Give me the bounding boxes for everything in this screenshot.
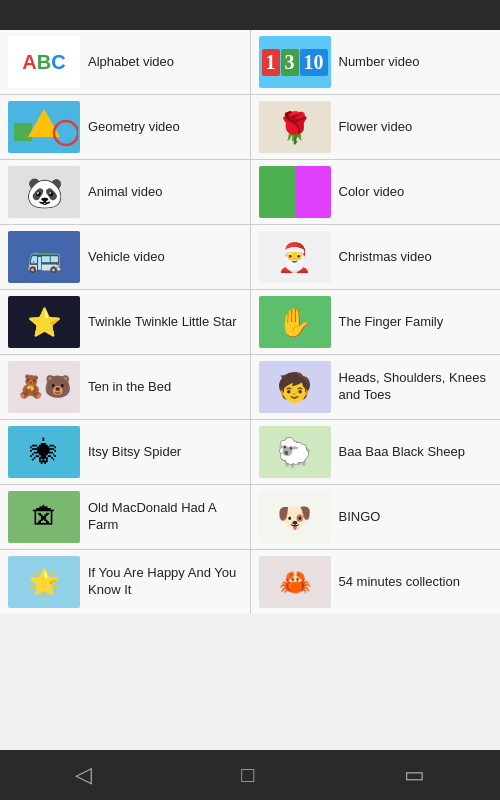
list-item[interactable]: Color video	[251, 160, 501, 224]
bingo-label: BINGO	[339, 509, 493, 526]
54min-label: 54 minutes collection	[339, 574, 493, 591]
color-thumb	[259, 166, 331, 218]
shoulders-label: Heads, Shoulders, Knees and Toes	[339, 370, 493, 404]
baa-label: Baa Baa Black Sheep	[339, 444, 493, 461]
list-item[interactable]: 🦀 54 minutes collection	[251, 550, 501, 614]
list-item[interactable]: 🏚 Old MacDonald Had A Farm	[0, 485, 250, 549]
content-area: A B C Alphabet video 1 3 10 Number video	[0, 30, 500, 750]
teninbed-label: Ten in the Bed	[88, 379, 242, 396]
list-item[interactable]: 1 3 10 Number video	[251, 30, 501, 94]
number-label: Number video	[339, 54, 493, 71]
oldmac-label: Old MacDonald Had A Farm	[88, 500, 242, 534]
list-item[interactable]: 🌟 If You Are Happy And You Know It	[0, 550, 250, 614]
animal-label: Animal video	[88, 184, 242, 201]
geometry-svg	[10, 103, 78, 151]
flower-label: Flower video	[339, 119, 493, 136]
54min-thumb: 🦀	[259, 556, 331, 608]
itsy-label: Itsy Bitsy Spider	[88, 444, 242, 461]
flower-thumb: 🌹	[259, 101, 331, 153]
alphabet-thumb: A B C	[8, 36, 80, 88]
list-item[interactable]: 🌹 Flower video	[251, 95, 501, 159]
finger-thumb: ✋	[259, 296, 331, 348]
christmas-thumb: 🎅	[259, 231, 331, 283]
twinkle-thumb: ⭐	[8, 296, 80, 348]
bingo-thumb: 🐶	[259, 491, 331, 543]
list-item[interactable]: A B C Alphabet video	[0, 30, 250, 94]
list-item[interactable]: 🎅 Christmas video	[251, 225, 501, 289]
svg-rect-0	[14, 123, 32, 141]
geometry-label: Geometry video	[88, 119, 242, 136]
happy-label: If You Are Happy And You Know It	[88, 565, 242, 599]
top-bar	[0, 0, 500, 30]
video-grid: A B C Alphabet video 1 3 10 Number video	[0, 30, 500, 614]
vehicle-thumb: 🚌	[8, 231, 80, 283]
list-item[interactable]: 🧒 Heads, Shoulders, Knees and Toes	[251, 355, 501, 419]
oldmac-thumb: 🏚	[8, 491, 80, 543]
list-item[interactable]: 🐼 Animal video	[0, 160, 250, 224]
alphabet-label: Alphabet video	[88, 54, 242, 71]
happy-thumb: 🌟	[8, 556, 80, 608]
twinkle-label: Twinkle Twinkle Little Star	[88, 314, 242, 331]
recents-button[interactable]: ▭	[404, 762, 425, 788]
color-label: Color video	[339, 184, 493, 201]
finger-label: The Finger Family	[339, 314, 493, 331]
bottom-bar: ◁ □ ▭	[0, 750, 500, 800]
back-button[interactable]: ◁	[75, 762, 92, 788]
vehicle-label: Vehicle video	[88, 249, 242, 266]
christmas-label: Christmas video	[339, 249, 493, 266]
itsy-thumb: 🕷	[8, 426, 80, 478]
shoulders-thumb: 🧒	[259, 361, 331, 413]
list-item[interactable]: 🚌 Vehicle video	[0, 225, 250, 289]
list-item[interactable]: 🕷 Itsy Bitsy Spider	[0, 420, 250, 484]
list-item[interactable]: ⭐ Twinkle Twinkle Little Star	[0, 290, 250, 354]
home-button[interactable]: □	[241, 762, 254, 788]
geometry-thumb	[8, 101, 80, 153]
number-thumb: 1 3 10	[259, 36, 331, 88]
animal-thumb: 🐼	[8, 166, 80, 218]
baa-thumb: 🐑	[259, 426, 331, 478]
list-item[interactable]: ✋ The Finger Family	[251, 290, 501, 354]
list-item[interactable]: 🧸🐻 Ten in the Bed	[0, 355, 250, 419]
teninbed-thumb: 🧸🐻	[8, 361, 80, 413]
list-item[interactable]: Geometry video	[0, 95, 250, 159]
list-item[interactable]: 🐑 Baa Baa Black Sheep	[251, 420, 501, 484]
list-item[interactable]: 🐶 BINGO	[251, 485, 501, 549]
